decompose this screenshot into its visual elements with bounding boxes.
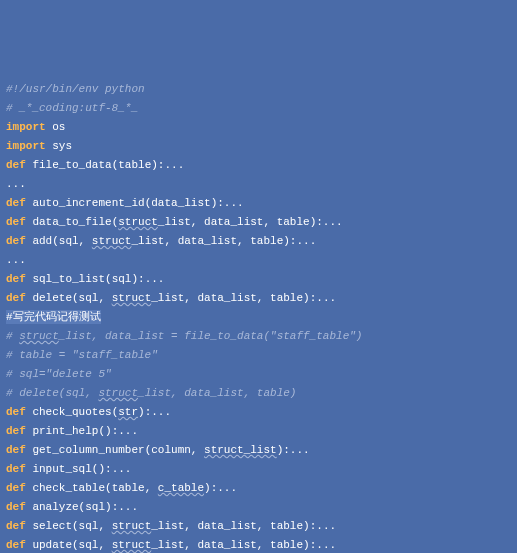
code-line: # struct_list, data_list = file_to_data(… xyxy=(6,327,511,346)
code-line: def input_sql():... xyxy=(6,460,511,479)
code-line: def data_to_file(struct_list, data_list,… xyxy=(6,213,511,232)
code-editor[interactable]: #!/usr/bin/env python# _*_coding:utf-8_*… xyxy=(6,80,511,553)
code-line: def sql_to_list(sql):... xyxy=(6,270,511,289)
code-line: #写完代码记得测试 xyxy=(6,308,511,327)
code-line: ... xyxy=(6,175,511,194)
code-line: def select(sql, struct_list, data_list, … xyxy=(6,517,511,536)
highlighted-comment: #写完代码记得测试 xyxy=(6,310,101,324)
code-line: import sys xyxy=(6,137,511,156)
code-line: #!/usr/bin/env python xyxy=(6,80,511,99)
code-line: # delete(sql, struct_list, data_list, ta… xyxy=(6,384,511,403)
code-line: # _*_coding:utf-8_*_ xyxy=(6,99,511,118)
code-line: def add(sql, struct_list, data_list, tab… xyxy=(6,232,511,251)
code-line: # sql="delete 5" xyxy=(6,365,511,384)
code-line: def update(sql, struct_list, data_list, … xyxy=(6,536,511,553)
code-line: def auto_increment_id(data_list):... xyxy=(6,194,511,213)
code-line: def print_help():... xyxy=(6,422,511,441)
code-line: import os xyxy=(6,118,511,137)
code-line: def check_quotes(str):... xyxy=(6,403,511,422)
code-line: def get_column_number(column, struct_lis… xyxy=(6,441,511,460)
code-line: # table = "staff_table" xyxy=(6,346,511,365)
code-line: def file_to_data(table):... xyxy=(6,156,511,175)
code-line: def delete(sql, struct_list, data_list, … xyxy=(6,289,511,308)
code-line: ... xyxy=(6,251,511,270)
code-line: def check_table(table, c_table):... xyxy=(6,479,511,498)
code-line: def analyze(sql):... xyxy=(6,498,511,517)
